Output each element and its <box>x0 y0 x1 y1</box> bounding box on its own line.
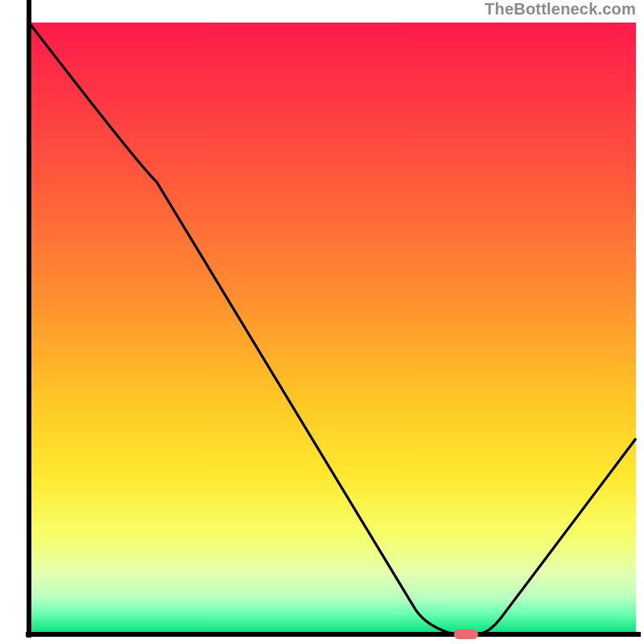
optimal-marker <box>454 630 478 639</box>
chart-container: TheBottleneck.com <box>0 0 644 644</box>
bottleneck-chart <box>0 0 644 644</box>
gradient-background <box>29 23 636 634</box>
watermark-text: TheBottleneck.com <box>485 0 636 19</box>
